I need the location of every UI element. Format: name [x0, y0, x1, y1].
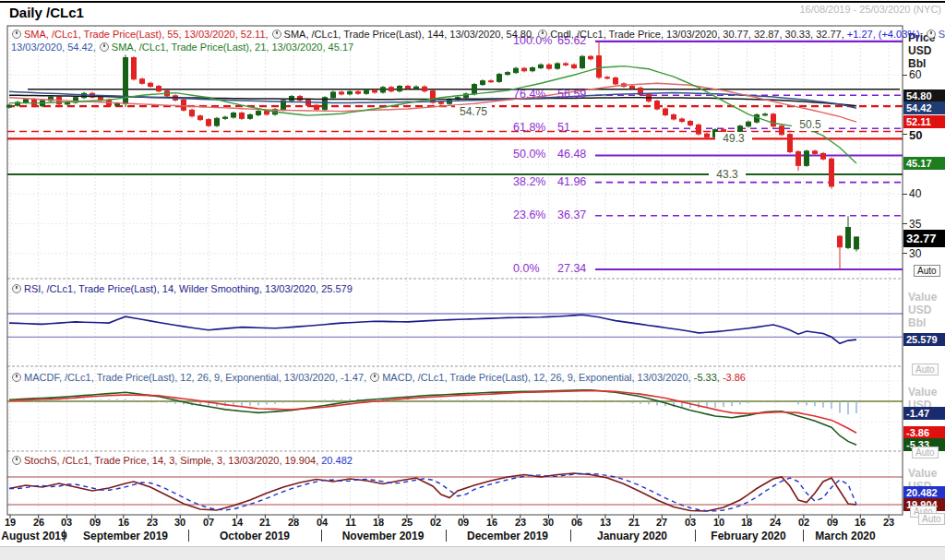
- study-clock-icon: [12, 30, 21, 39]
- axis-title: Value: [908, 291, 937, 304]
- legend-main-row2: 13/03/2020, 54.42, SMA, /CLc1, Trade Pri…: [11, 42, 353, 53]
- month-separator: [803, 530, 804, 542]
- bottom-strip: [0, 546, 945, 560]
- week-tick-label: 23: [509, 517, 532, 528]
- price-annotation: 49.3: [715, 132, 752, 145]
- price-badge: -1.47: [903, 407, 945, 420]
- legend-text: StochS, /CLc1, Trade Price, 14, 3, Simpl…: [24, 455, 321, 466]
- study-clock-icon: [100, 42, 109, 52]
- price-annotation: 50.5: [792, 118, 829, 131]
- legend-entry[interactable]: +1.27, (+4.03%),: [847, 29, 926, 40]
- study-clock-icon: [12, 373, 21, 382]
- legend-entry[interactable]: MACDF, /CLc1, Trade Price(Last), 12, 26,…: [11, 372, 369, 383]
- month-label: December 2019: [443, 530, 572, 542]
- axis-tick-mark: [903, 223, 907, 224]
- legend-entry[interactable]: SMA, /CLc1, Trade Price(Last), 55, 13/03…: [11, 29, 271, 40]
- fibonacci-label: 76.4%56.59: [513, 88, 586, 101]
- study-clock-icon: [12, 284, 21, 293]
- week-tick-label: 30: [169, 517, 191, 528]
- month-separator: [64, 530, 65, 542]
- month-separator: [321, 530, 322, 542]
- month-label: January 2020: [568, 530, 697, 542]
- legend-text: Cndl, /CLc1, Trade Price, 13/03/2020, 30…: [550, 29, 847, 40]
- axis-tick-mark: [903, 253, 907, 254]
- week-tick-label: 19: [0, 517, 21, 528]
- week-tick-label: 18: [367, 517, 389, 528]
- fibonacci-label: 50.0%46.48: [513, 148, 586, 161]
- axis-tick-label: 30: [909, 247, 921, 260]
- fibonacci-label: 0.0%27.34: [513, 262, 586, 275]
- chart-window: Daily /CLc1 16/08/2019 - 25/03/2020 (NYC…: [0, 0, 945, 560]
- legend-text: 13/03/2020, 54.42,: [11, 42, 99, 53]
- auto-scale-button[interactable]: Auto: [914, 265, 940, 277]
- labels-layer: 100.0%65.6276.4%56.5961.8%5150.0%46.4838…: [0, 0, 945, 560]
- legend-text: +1.27, (+4.03%),: [847, 29, 926, 40]
- week-tick-label: 11: [340, 517, 362, 528]
- price-badge: 52.11: [903, 115, 945, 128]
- month-separator: [188, 530, 189, 542]
- axis-title: USD: [908, 304, 931, 316]
- week-tick-label: 27: [651, 517, 673, 528]
- legend-entry[interactable]: -3.86: [723, 372, 746, 383]
- price-badge: 25.579: [903, 333, 945, 346]
- legend-entry[interactable]: StochS, /CLc1, Trade Price, 14, 3, Simpl…: [11, 455, 321, 466]
- week-tick-label: 30: [537, 517, 559, 528]
- week-tick-label: 25: [396, 517, 418, 528]
- month-separator: [695, 530, 696, 542]
- week-tick-label: 09: [452, 517, 474, 528]
- legend-entry[interactable]: 20.482: [321, 455, 353, 466]
- month-label: October 2019: [190, 530, 319, 542]
- legend-text: -3.86: [723, 372, 746, 383]
- legend-macd: MACDF, /CLc1, Trade Price(Last), 12, 26,…: [11, 372, 746, 383]
- axis-tick-label: 35: [909, 218, 921, 231]
- study-clock-icon: [927, 30, 936, 39]
- legend-text: SMA, /CLc1, Trade Price(Last), 21, 13/03…: [112, 42, 353, 53]
- study-clock-icon: [370, 373, 379, 382]
- week-tick-label: 09: [821, 517, 843, 528]
- week-tick-label: 26: [28, 517, 50, 528]
- legend-entry[interactable]: -5.33,: [694, 372, 723, 383]
- month-label: November 2019: [318, 530, 448, 542]
- price-annotation: 54.75: [455, 105, 492, 118]
- week-tick-label: 16: [113, 517, 135, 528]
- study-clock-icon: [538, 30, 547, 39]
- price-badge: 54.80: [903, 89, 945, 102]
- price-annotation: 43.3: [709, 168, 746, 181]
- legend-entry[interactable]: SMA, /CLc1, Trade Price(Last), 144, 13/0…: [271, 29, 538, 40]
- week-tick-label: 03: [679, 517, 701, 528]
- legend-entry[interactable]: MACD, /CLc1, Trade Price(Last), 12, 26, …: [369, 372, 694, 383]
- week-tick-label: 03: [55, 517, 78, 528]
- month-label: March 2020: [781, 530, 910, 542]
- legend-entry[interactable]: 13/03/2020, 54.42,: [11, 42, 99, 53]
- week-tick-label: 10: [708, 517, 730, 528]
- legend-text: RSI, /CLc1, Trade Price(Last), 14, Wilde…: [24, 283, 353, 294]
- legend-entry[interactable]: SMA, /CLc1, Trade Price(Last), 89,: [926, 29, 945, 40]
- week-tick-label: 06: [566, 517, 588, 528]
- month-label: September 2019: [61, 530, 190, 542]
- legend-text: MACDF, /CLc1, Trade Price(Last), 12, 26,…: [24, 372, 369, 383]
- legend-main-row1: SMA, /CLc1, Trade Price(Last), 55, 13/03…: [11, 29, 945, 40]
- legend-text: MACD, /CLc1, Trade Price(Last), 12, 26, …: [382, 372, 694, 383]
- auto-scale-button[interactable]: Auto: [912, 447, 939, 459]
- legend-text: -5.33,: [694, 372, 723, 383]
- axis-tick-mark: [903, 194, 907, 195]
- week-tick-label: 02: [425, 517, 447, 528]
- axis-title: Value: [908, 467, 937, 480]
- axis-tick-label: 60: [909, 68, 921, 81]
- price-badge: -3.86: [903, 426, 945, 439]
- week-tick-label: 07: [197, 517, 220, 528]
- legend-entry[interactable]: SMA, /CLc1, Trade Price(Last), 21, 13/03…: [99, 42, 353, 53]
- legend-entry[interactable]: Cndl, /CLc1, Trade Price, 13/03/2020, 30…: [537, 29, 847, 40]
- legend-text: SMA, /CLc1, Trade Price(Last), 89,: [939, 29, 945, 40]
- week-tick-label: 28: [282, 517, 305, 528]
- axis-title: USD: [908, 44, 931, 57]
- auto-scale-button[interactable]: Auto: [912, 363, 939, 375]
- axis-title: Bbl: [908, 316, 926, 329]
- auto-scale-button[interactable]: Auto: [918, 513, 945, 525]
- week-tick-label: 18: [736, 517, 758, 528]
- study-clock-icon: [12, 456, 21, 465]
- legend-text: SMA, /CLc1, Trade Price(Last), 55, 13/03…: [24, 29, 271, 40]
- legend-entry[interactable]: RSI, /CLc1, Trade Price(Last), 14, Wilde…: [11, 283, 353, 294]
- axis-tick-mark: [903, 75, 907, 76]
- month-separator: [570, 530, 571, 542]
